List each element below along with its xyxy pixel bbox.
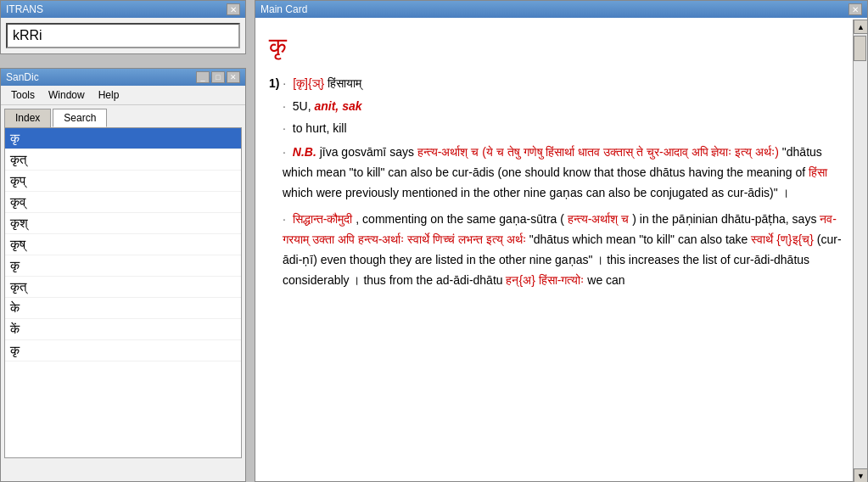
nb-text1: jīva gosvāmī says: [320, 145, 417, 159]
main-card-content: कृ 1) · [कृ]{ञ्} हिंसायाम् · 5U, anit, s…: [255, 18, 867, 481]
nb-line: · N.B. jīva gosvāmī says हन्त्य-अर्थाश् …: [269, 143, 854, 203]
main-heading: कृ: [269, 26, 854, 67]
scrollbar[interactable]: ▲ ▼: [853, 20, 867, 482]
siddh-devanagari4: हन्{अ}: [506, 273, 535, 287]
sandic-title: SanDic: [6, 71, 39, 83]
tab-index[interactable]: Index: [4, 109, 51, 127]
sandic-titlebar: SanDic _ □ ✕: [1, 69, 245, 86]
itrans-input[interactable]: [6, 23, 240, 48]
list-item[interactable]: कृ: [5, 340, 241, 362]
list-item[interactable]: कें: [5, 319, 241, 340]
list-item[interactable]: कृ: [5, 128, 241, 149]
main-card-close-btn[interactable]: ✕: [848, 3, 862, 15]
main-card-title: Main Card: [260, 3, 307, 15]
siddh-label: सिद्धान्त-कौमुदी: [293, 212, 353, 226]
list-item[interactable]: कृष्: [5, 234, 241, 255]
entry-number: 1): [269, 76, 279, 90]
nb-devanagari2: हिंसा: [809, 165, 827, 179]
bracket-text: [कृ]{ञ्}: [293, 76, 324, 90]
main-card-window: Main Card ✕ कृ 1) · [कृ]{ञ्} हिंसायाम् ·…: [255, 0, 868, 482]
siddh-devanagari1: हन्त्य-अर्थाश् च: [568, 212, 630, 226]
entry-root: हिंसायाम्: [328, 76, 361, 90]
sandic-menu-help[interactable]: Help: [92, 87, 126, 103]
list-item[interactable]: के: [5, 298, 241, 319]
scroll-track: [854, 34, 867, 468]
siddh-devanagari3: स्वार्थे {ण्}इ{च्}: [751, 233, 814, 246]
sandic-menu-window[interactable]: Window: [42, 87, 92, 103]
bullet1-text: 5U,: [293, 99, 315, 113]
itrans-titlebar: ITRANS ✕: [1, 1, 245, 18]
bullet2-text: to hurt, kill: [293, 121, 347, 135]
siddh-text2: ) in the pāṇinian dhātu-pāṭha, says: [632, 212, 820, 226]
nb-devanagari1: हन्त्य-अर्थाश् च (ये च तेषु गणेषु हिंसार…: [417, 145, 779, 159]
siddh-text5: we can: [587, 273, 624, 287]
sandic-tabs: Index Search: [1, 105, 245, 127]
list-item[interactable]: कृत्: [5, 149, 241, 171]
nb-label: N.B.: [293, 145, 320, 159]
sandic-menubar: Tools Window Help: [1, 86, 245, 105]
sandic-maximize-btn[interactable]: □: [211, 71, 225, 83]
bullet-line-1: · 5U, anit, sak: [269, 97, 854, 117]
list-item[interactable]: कृव्: [5, 192, 241, 213]
itrans-close-btn[interactable]: ✕: [227, 3, 240, 15]
sandic-window: SanDic _ □ ✕ Tools Window Help Index Sea…: [0, 68, 246, 482]
siddh-devanagari5: हिंसा-गत्योः: [539, 273, 585, 287]
list-item[interactable]: कृत्: [5, 277, 241, 298]
siddh-line: · सिद्धान्त-कौमुदी , commenting on the s…: [269, 210, 854, 290]
scroll-thumb[interactable]: [854, 36, 866, 61]
sandic-list-area[interactable]: कृकृत्कृप्कृव्कृश्कृष्कृकृत्केकेंकृ: [4, 127, 242, 458]
sandic-close-btn[interactable]: ✕: [227, 71, 240, 83]
scroll-up-btn[interactable]: ▲: [854, 20, 868, 34]
itrans-title: ITRANS: [6, 3, 43, 15]
itrans-window: ITRANS ✕: [0, 0, 246, 54]
itrans-input-area: [1, 18, 245, 53]
siddh-text3: "dhātus which mean "to kill" can also ta…: [529, 233, 752, 246]
siddh-text1: , commenting on the same gaṇa-sūtra (: [356, 212, 564, 226]
main-card-titlebar: Main Card ✕: [255, 1, 867, 18]
sandic-menu-tools[interactable]: Tools: [4, 87, 42, 103]
list-item[interactable]: कृप्: [5, 171, 241, 192]
nb-text3: which were previously mentioned in the o…: [283, 186, 789, 199]
bullet-line-2: · to hurt, kill: [269, 119, 854, 139]
bullet1-italic: anit, sak: [314, 99, 361, 113]
entry-line-1: 1) · [कृ]{ञ्} हिंसायाम्: [269, 74, 854, 94]
sandic-minimize-btn[interactable]: _: [196, 71, 210, 83]
list-item[interactable]: कृ: [5, 255, 241, 277]
scroll-down-btn[interactable]: ▼: [854, 468, 868, 482]
list-item[interactable]: कृश्: [5, 213, 241, 234]
sandic-title-buttons: _ □ ✕: [196, 71, 240, 83]
tab-search[interactable]: Search: [53, 109, 107, 127]
